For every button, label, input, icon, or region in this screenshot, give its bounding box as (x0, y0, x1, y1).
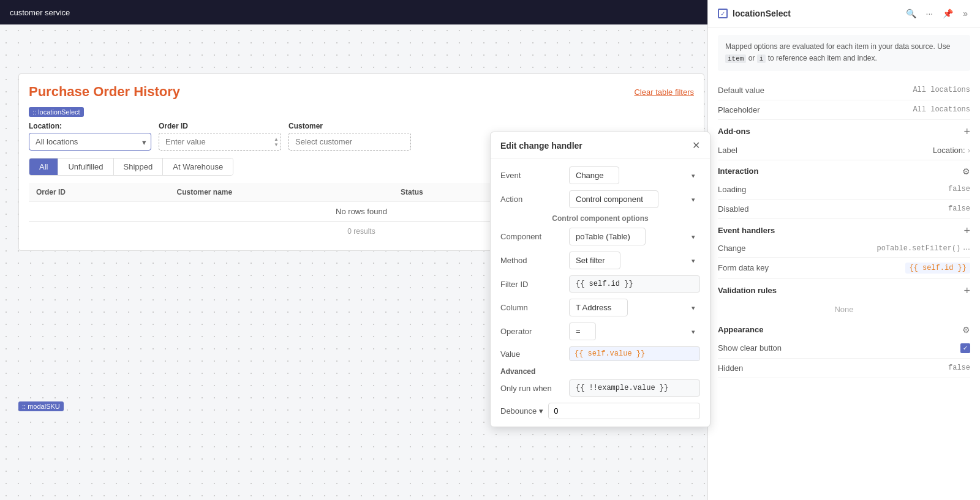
right-panel: locationSelect 🔍 ··· 📌 » Mapped options … (707, 0, 980, 500)
operator-label: Operator (500, 327, 562, 336)
column-select[interactable]: T Address (569, 299, 628, 316)
info-or: or (748, 54, 755, 62)
control-section-header: Control component options (500, 214, 700, 223)
value-code-badge[interactable]: {{ self.value }} (569, 346, 700, 361)
location-select-wrapper: All locations (29, 133, 151, 151)
component-row: Component poTable (Table) (500, 228, 700, 245)
info-item-code: item (725, 54, 746, 63)
loading-row: Loading false (718, 180, 970, 200)
filter-id-input[interactable] (569, 275, 700, 293)
label-value[interactable]: Location: (933, 146, 970, 155)
only-run-input[interactable] (569, 379, 700, 397)
label-prop-label: Label (718, 146, 737, 155)
change-handler-value: poTable.setFilter() (877, 244, 961, 253)
validation-rules-title: Validation rules (718, 286, 777, 295)
default-value-label: Default value (718, 86, 764, 95)
operator-select[interactable]: = (569, 323, 596, 340)
show-clear-checkbox[interactable] (960, 343, 970, 353)
top-nav: customer service (0, 0, 707, 24)
more-options-button[interactable]: ··· (924, 7, 936, 20)
order-id-input-wrapper: ▲ ▼ (159, 133, 281, 151)
disabled-row: Disabled false (718, 200, 970, 219)
component-checkbox-icon (718, 9, 728, 18)
form-data-key-row: Form data key {{ self.id }} (718, 258, 970, 279)
customer-input[interactable] (288, 133, 411, 151)
tab-all[interactable]: All (29, 159, 58, 175)
method-select[interactable]: Set filter (569, 252, 620, 269)
default-value: All locations (913, 86, 970, 94)
component-select-wrapper: poTable (Table) (569, 228, 700, 245)
placeholder-label: Placeholder (718, 105, 760, 114)
edit-modal-title: Edit change handler (500, 141, 582, 151)
location-select-badge[interactable]: :: locationSelect (29, 107, 84, 117)
component-select[interactable]: poTable (Table) (569, 228, 646, 245)
validation-rules-add-button[interactable]: + (963, 285, 970, 296)
advanced-section: Advanced Only run when Debounce ▾ (500, 367, 700, 419)
arrow-down[interactable]: ▼ (274, 142, 279, 147)
component-label: Component (500, 232, 562, 241)
default-value-row: Default value All locations (718, 81, 970, 100)
placeholder-row: Placeholder All locations (718, 100, 970, 120)
filter-id-label: Filter ID (500, 280, 562, 289)
info-text-1: Mapped options are evaluated for each it… (725, 42, 951, 51)
info-box: Mapped options are evaluated for each it… (718, 35, 970, 71)
addons-title: Add-ons (718, 127, 750, 136)
column-label: Column (500, 303, 562, 312)
right-panel-header: locationSelect 🔍 ··· 📌 » (708, 0, 980, 28)
addons-add-button[interactable]: + (963, 126, 970, 137)
value-label: Value (500, 349, 562, 359)
edit-change-handler-modal: Edit change handler ✕ Event Change Actio… (490, 132, 710, 427)
disabled-value: false (948, 204, 970, 213)
hidden-row: Hidden false (718, 359, 970, 378)
tab-unfulfilled[interactable]: Unfulfilled (58, 159, 113, 175)
tabs-row: All Unfulfilled Shipped At Warehouse (29, 158, 233, 176)
event-handlers-title: Event handlers (718, 226, 775, 235)
order-id-input[interactable] (159, 133, 281, 151)
appearance-title: Appearance (718, 325, 763, 334)
location-label: Location: (29, 122, 151, 130)
interaction-title: Interaction (718, 166, 758, 176)
debounce-label: Debounce (500, 406, 537, 416)
right-panel-title-row: locationSelect (718, 9, 791, 18)
none-text: None (718, 300, 970, 319)
location-filter-group: Location: All locations (29, 122, 151, 151)
change-handler-label: Change (718, 244, 746, 253)
right-panel-body: Mapped options are evaluated for each it… (708, 28, 980, 386)
action-select-wrapper: Control component (569, 190, 700, 208)
col-customer-name: Customer name (170, 183, 394, 202)
appearance-settings-button[interactable]: ⚙ (962, 325, 970, 335)
debounce-input[interactable] (548, 403, 700, 419)
pin-icon-button[interactable]: 📌 (940, 7, 956, 20)
validation-rules-section-row: Validation rules + (718, 279, 970, 300)
tab-warehouse[interactable]: At Warehouse (163, 159, 233, 175)
interaction-section-row: Interaction ⚙ (718, 160, 970, 180)
only-run-row: Only run when (500, 379, 700, 397)
debounce-row: Debounce ▾ (500, 403, 700, 419)
expand-icon-button[interactable]: » (960, 7, 970, 20)
interaction-settings-button[interactable]: ⚙ (962, 166, 970, 176)
change-handler-row: Change poTable.setFilter() ··· (718, 240, 970, 258)
search-icon-button[interactable]: 🔍 (903, 7, 919, 20)
customer-label: Customer (288, 122, 411, 130)
right-panel-component-name: locationSelect (733, 9, 791, 18)
handler-more-button[interactable]: ··· (963, 244, 970, 253)
close-modal-button[interactable]: ✕ (692, 140, 700, 151)
action-select[interactable]: Control component (569, 190, 658, 208)
arrow-up[interactable]: ▲ (274, 136, 279, 141)
debounce-label-button[interactable]: Debounce ▾ (500, 406, 543, 416)
event-row: Event Change (500, 166, 700, 184)
right-panel-actions: 🔍 ··· 📌 » (903, 7, 970, 20)
modal-sku-badge[interactable]: :: modalSKU (18, 401, 64, 411)
location-select[interactable]: All locations (29, 133, 151, 151)
advanced-label: Advanced (500, 367, 700, 376)
clear-filters-button[interactable]: Clear table filters (634, 88, 694, 97)
event-label: Event (500, 171, 562, 180)
event-handlers-section-row: Event handlers + (718, 219, 970, 240)
addons-section-row: Add-ons + (718, 120, 970, 141)
event-select[interactable]: Change (569, 166, 619, 184)
event-handlers-add-button[interactable]: + (963, 225, 970, 236)
placeholder-value: All locations (913, 105, 970, 114)
edit-modal-body: Event Change Action Control component Co… (491, 159, 710, 427)
tab-shipped[interactable]: Shipped (114, 159, 164, 175)
action-row: Action Control component (500, 190, 700, 208)
